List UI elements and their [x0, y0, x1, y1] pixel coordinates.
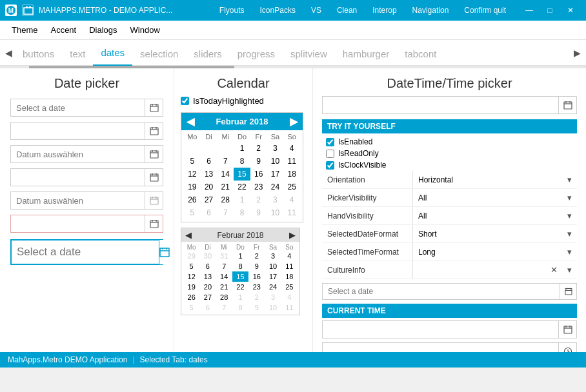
tab-progress[interactable]: progress: [230, 42, 283, 66]
nav-flyouts[interactable]: Flyouts: [212, 0, 252, 21]
main-content: Date picker 15.02.2018: [0, 68, 586, 352]
tab-text[interactable]: text: [62, 42, 93, 66]
window-title: MAHAPPS.METRO - DEMO APPLIC...: [39, 6, 212, 15]
svg-rect-4: [29, 6, 31, 8]
tab-sliders[interactable]: sliders: [186, 42, 229, 66]
small-cal-prev[interactable]: ◀: [185, 230, 192, 240]
svg-rect-21: [150, 197, 158, 204]
culture-info-row: CultureInfo ✕ ▾: [322, 261, 577, 279]
culture-clear-btn[interactable]: ✕: [546, 262, 561, 278]
date-input-3-field[interactable]: [11, 147, 145, 162]
dt-select-date-btn[interactable]: [560, 284, 576, 299]
picker-visibility-select[interactable]: AllDateTime: [413, 189, 577, 206]
nav-clean[interactable]: Clean: [329, 0, 365, 21]
nav-vs[interactable]: VS: [303, 0, 329, 21]
tabs-container: ◀ buttons text dates selection sliders p…: [0, 40, 586, 66]
date-btn-2[interactable]: [145, 122, 163, 139]
orientation-row: Orientation HorizontalVertical: [322, 171, 577, 189]
orientation-label: Orientation: [322, 175, 412, 184]
calendar-panel: Calendar IsTodayHighlighted ◀ Februar 20…: [174, 68, 313, 352]
menu-window[interactable]: Window: [124, 23, 167, 37]
tab-splitview[interactable]: splitview: [283, 42, 335, 66]
nav-confirm-quit[interactable]: Confirm quit: [456, 0, 514, 21]
menu-dialogs[interactable]: Dialogs: [83, 23, 123, 37]
nav-iconpacks[interactable]: IconPacks: [252, 0, 303, 21]
culture-info-input[interactable]: [413, 261, 546, 279]
selected-date-format-select[interactable]: ShortLong: [413, 225, 577, 242]
is-today-highlighted-label: IsTodayHighlighted: [193, 96, 264, 106]
nav-interop[interactable]: Interop: [365, 0, 404, 21]
time-clock-btn[interactable]: [558, 343, 576, 352]
is-enabled-row: IsEnabled: [322, 136, 577, 148]
statusbar: MahApps.Metro DEMO Application | Selecte…: [0, 352, 586, 368]
picker-visibility-row: PickerVisibility AllDateTime: [322, 189, 577, 207]
selected-time-format-label: SelectedTimeFormat: [322, 248, 412, 257]
date-btn-1[interactable]: [145, 99, 163, 116]
time-value-field[interactable]: 22:51:08: [323, 344, 558, 353]
date-input-1-field[interactable]: [11, 101, 145, 115]
menu-accent[interactable]: Accent: [44, 23, 83, 37]
is-clock-visible-checkbox[interactable]: [326, 161, 334, 170]
tabs-scroll-right[interactable]: ▶: [571, 48, 583, 58]
datetime-value-field[interactable]: 15.02.2018 22:51:08: [323, 322, 558, 337]
date-btn-6[interactable]: [145, 215, 163, 232]
tab-tabcont[interactable]: tabcont: [397, 42, 444, 66]
nav-navigation[interactable]: Navigation: [405, 0, 457, 21]
tab-selection[interactable]: selection: [132, 42, 186, 66]
close-button[interactable]: ✕: [560, 0, 581, 21]
datepicker-panel: Date picker 15.02.2018: [0, 68, 174, 352]
tabs-list: buttons text dates selection sliders pro…: [15, 40, 571, 66]
is-today-highlighted-checkbox[interactable]: [181, 97, 189, 105]
culture-input-wrap: ✕ ▾: [412, 261, 577, 279]
selected-time-format-row: SelectedTimeFormat ShortLong: [322, 243, 577, 261]
culture-dropdown-btn[interactable]: ▾: [561, 262, 577, 278]
hand-visibility-select[interactable]: AllHourMinuteSecond: [413, 207, 577, 224]
date-btn-5[interactable]: [145, 192, 163, 209]
cal-next[interactable]: ▶: [290, 115, 298, 128]
statusbar-selected-tab: Selected Tab: dates: [140, 355, 208, 364]
date-input-6-field[interactable]: Auto resolved Watermark: [11, 217, 145, 231]
selected-time-format-select[interactable]: ShortLong: [413, 243, 577, 260]
selected-date-format-label: SelectedDateFormat: [322, 230, 412, 239]
datetime-cal-btn[interactable]: [558, 321, 576, 338]
tabs-scroll-left[interactable]: ◀: [3, 48, 15, 58]
calendar-title: Calendar: [181, 76, 306, 91]
large-date-field[interactable]: [12, 243, 159, 261]
date-input-2-field[interactable]: 15.02.2018: [11, 124, 145, 139]
is-readonly-checkbox[interactable]: [326, 150, 334, 158]
large-date-input: [10, 239, 163, 265]
main-calendar: ◀ Februar 2018 ▶ MoDiMiDoFrSaSo 1 2 3 4 …: [181, 112, 303, 222]
orientation-select[interactable]: HorizontalVertical: [413, 171, 577, 188]
date-input-4-field[interactable]: [11, 170, 145, 185]
dt-current-field[interactable]: 2/15/2018 10:51:08 PM: [323, 98, 558, 113]
cal-prev[interactable]: ◀: [187, 115, 194, 128]
tab-hamburger[interactable]: hamburger: [335, 42, 398, 66]
svg-rect-17: [150, 174, 158, 181]
window-controls: — □ ✕: [519, 0, 581, 21]
menubar: Theme Accent Dialogs Window: [0, 21, 586, 40]
small-cal-grid: MoDiMiDoFrSaSo 29 30 31 1 2 3 4 5 6 7 8 …: [181, 242, 299, 315]
dt-cal-btn[interactable]: [558, 97, 576, 113]
small-cal-next[interactable]: ▶: [289, 230, 296, 240]
culture-info-label: CultureInfo: [322, 266, 412, 275]
menu-theme[interactable]: Theme: [5, 23, 44, 37]
orientation-select-wrapper: HorizontalVertical: [412, 171, 577, 188]
datepicker-title: Date picker: [10, 76, 163, 91]
selected-date-format-select-wrapper: ShortLong: [412, 225, 577, 242]
statusbar-app-name: MahApps.Metro DEMO Application: [8, 355, 127, 364]
svg-rect-37: [565, 289, 572, 295]
minimize-button[interactable]: —: [519, 0, 540, 21]
tab-dates[interactable]: dates: [93, 41, 132, 66]
time-value-row: 22:51:08: [322, 342, 577, 352]
cal-days: 1 2 3 4 5 6 7 8 9 10 11 12 13 14 15 16 1: [184, 142, 300, 219]
date-btn-3[interactable]: [145, 146, 163, 162]
hand-visibility-select-wrapper: AllHourMinuteSecond: [412, 207, 577, 224]
large-date-btn[interactable]: [159, 240, 170, 264]
is-enabled-checkbox[interactable]: [326, 138, 334, 146]
date-btn-4[interactable]: [145, 169, 163, 186]
date-input-5-field[interactable]: [11, 193, 145, 208]
dt-select-date-field[interactable]: [323, 284, 560, 299]
maximize-button[interactable]: □: [540, 0, 560, 21]
tab-buttons[interactable]: buttons: [15, 42, 62, 66]
hand-visibility-row: HandVisibility AllHourMinuteSecond: [322, 207, 577, 225]
